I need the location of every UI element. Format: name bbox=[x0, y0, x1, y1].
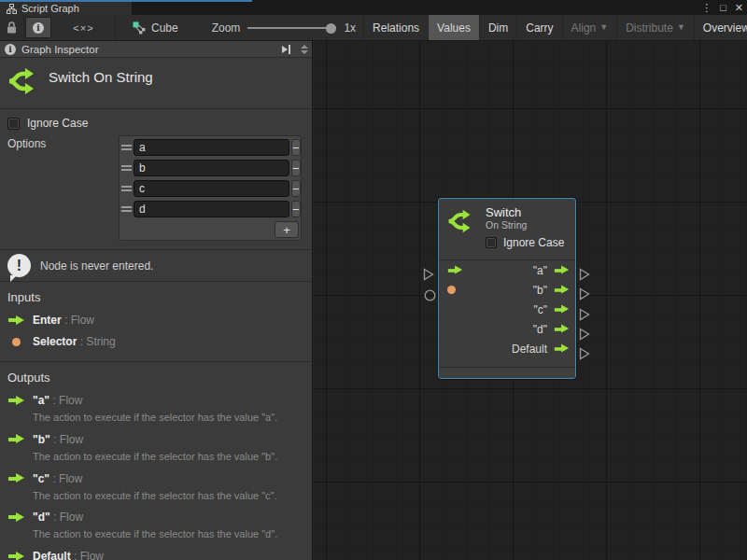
output-port-icon[interactable] bbox=[555, 325, 569, 334]
node-port-row: "c" bbox=[439, 300, 575, 319]
node-port-row: "b" bbox=[439, 280, 575, 300]
remove-option-button[interactable]: − bbox=[291, 139, 301, 156]
carry-button[interactable]: Carry bbox=[517, 15, 562, 40]
drag-handle-icon[interactable] bbox=[121, 145, 132, 150]
zoom-slider[interactable] bbox=[247, 22, 336, 34]
zoom-slider-handle[interactable] bbox=[326, 23, 336, 34]
window-close-icon[interactable]: ✕ bbox=[735, 1, 743, 15]
output-port-description: The action to execute if the selector ha… bbox=[33, 528, 304, 541]
input-port-selector: Selector : String bbox=[7, 334, 304, 349]
toolbar: i <×> Cube Zoom 1x bbox=[0, 15, 747, 41]
output-connector-icon[interactable] bbox=[579, 287, 590, 301]
info-icon: i bbox=[5, 44, 16, 55]
tab-script-graph[interactable]: Script Graph bbox=[0, 2, 132, 15]
output-port-icon[interactable] bbox=[555, 266, 569, 275]
output-connector-icon[interactable] bbox=[579, 347, 590, 360]
selector-port-icon[interactable] bbox=[447, 286, 456, 294]
add-option-button[interactable]: + bbox=[275, 221, 299, 238]
align-dropdown[interactable]: Align▼ bbox=[563, 15, 618, 40]
edit-source-button[interactable]: <×> bbox=[52, 15, 116, 40]
output-port: "d" : Flow bbox=[7, 510, 304, 525]
node-header[interactable]: Switch On String Ignore Case bbox=[439, 199, 575, 259]
enter-port-icon[interactable] bbox=[448, 266, 462, 275]
option-input[interactable] bbox=[134, 139, 289, 156]
remove-option-button[interactable]: − bbox=[291, 160, 301, 176]
output-port-icon[interactable] bbox=[555, 344, 569, 354]
node-title: Switch bbox=[486, 205, 568, 219]
chevron-down-icon: ▼ bbox=[677, 22, 685, 32]
option-row: − bbox=[120, 137, 300, 158]
drag-handle-icon[interactable] bbox=[121, 186, 132, 191]
output-connector-icon[interactable] bbox=[579, 308, 590, 321]
warning-icon: ! bbox=[7, 254, 31, 277]
overview-button[interactable]: Overview bbox=[695, 15, 747, 40]
chevron-down-icon: ▼ bbox=[599, 22, 608, 32]
node-footer bbox=[439, 367, 575, 378]
zoom-value: 1x bbox=[344, 21, 356, 35]
relations-button[interactable]: Relations bbox=[364, 15, 429, 40]
script-graph-icon bbox=[7, 4, 17, 14]
option-input[interactable] bbox=[134, 160, 289, 176]
drag-handle-icon[interactable] bbox=[121, 165, 132, 171]
output-connector-icon[interactable] bbox=[579, 328, 590, 341]
node-subtitle: On String bbox=[486, 219, 568, 231]
ignore-case-checkbox[interactable] bbox=[7, 118, 20, 130]
window-maximize-icon[interactable]: □ bbox=[720, 1, 726, 15]
node-port-row: "a" bbox=[439, 260, 575, 280]
zoom-label: Zoom bbox=[212, 21, 241, 35]
dim-button[interactable]: Dim bbox=[480, 15, 517, 40]
unit-header: Switch On String bbox=[0, 58, 312, 109]
drag-handle-icon[interactable] bbox=[121, 206, 132, 212]
output-port-description: The action to execute if the selector ha… bbox=[33, 451, 304, 464]
output-port: "a" : Flow bbox=[7, 393, 304, 408]
remove-option-button[interactable]: − bbox=[291, 201, 301, 217]
output-port: Default : Flow bbox=[7, 549, 304, 560]
code-icon: <×> bbox=[73, 22, 93, 34]
flow-arrow-icon bbox=[7, 552, 24, 560]
switch-icon bbox=[447, 208, 473, 234]
selector-connector-icon[interactable] bbox=[424, 289, 436, 301]
flow-arrow-icon bbox=[7, 396, 24, 406]
output-port-icon[interactable] bbox=[555, 286, 569, 295]
flow-arrow-icon bbox=[7, 473, 24, 483]
outputs-section: Outputs "a" : Flow The action to execute… bbox=[0, 361, 312, 560]
outputs-title: Outputs bbox=[7, 371, 304, 385]
option-row: − bbox=[120, 178, 300, 199]
output-port-description: The action to execute if the selector ha… bbox=[33, 490, 304, 503]
warning-banner: ! Node is never entered. bbox=[0, 249, 312, 282]
string-dot-icon bbox=[7, 338, 24, 346]
switch-on-string-node[interactable]: Switch On String Ignore Case "a" bbox=[438, 198, 576, 379]
info-icon: i bbox=[33, 22, 44, 34]
output-port-icon[interactable] bbox=[555, 305, 569, 315]
output-connector-icon[interactable] bbox=[579, 268, 590, 281]
warning-text: Node is never entered. bbox=[40, 259, 153, 273]
options-list: − − − − bbox=[119, 135, 302, 241]
dock-panel-icon[interactable] bbox=[282, 45, 290, 54]
tab-label: Script Graph bbox=[21, 3, 79, 14]
node-ignore-case-checkbox[interactable] bbox=[486, 237, 497, 248]
option-input[interactable] bbox=[134, 201, 289, 217]
window-menu-icon[interactable]: ⋮ bbox=[701, 1, 712, 15]
inspector-toggle-button[interactable]: i bbox=[25, 17, 51, 38]
graph-reference[interactable]: Cube bbox=[116, 15, 188, 40]
panel-spinner[interactable] bbox=[301, 45, 308, 54]
output-port: "c" : Flow bbox=[7, 471, 304, 486]
node-port-row: "d" bbox=[439, 319, 575, 339]
unit-properties: Ignore Case Options − − bbox=[0, 109, 312, 246]
graph-canvas[interactable]: Switch On String Ignore Case "a" bbox=[314, 41, 747, 560]
flow-arrow-icon bbox=[7, 315, 24, 326]
values-button[interactable]: Values bbox=[429, 15, 480, 40]
node-ignore-case-label: Ignore Case bbox=[503, 236, 564, 249]
lock-icon bbox=[7, 21, 17, 34]
option-row: − bbox=[120, 199, 300, 219]
zoom-slider-track[interactable] bbox=[247, 27, 336, 29]
option-input[interactable] bbox=[134, 180, 289, 197]
distribute-dropdown[interactable]: Distribute▼ bbox=[617, 15, 695, 40]
remove-option-button[interactable]: − bbox=[291, 180, 301, 197]
unit-title: Switch On String bbox=[49, 66, 153, 85]
lock-button[interactable] bbox=[0, 15, 24, 40]
graph-inspector-panel: i Graph Inspector Switch On String Ignor… bbox=[0, 41, 313, 560]
inspector-title: Graph Inspector bbox=[21, 44, 98, 55]
option-row: − bbox=[120, 158, 300, 178]
enter-connector-icon[interactable] bbox=[423, 268, 434, 281]
